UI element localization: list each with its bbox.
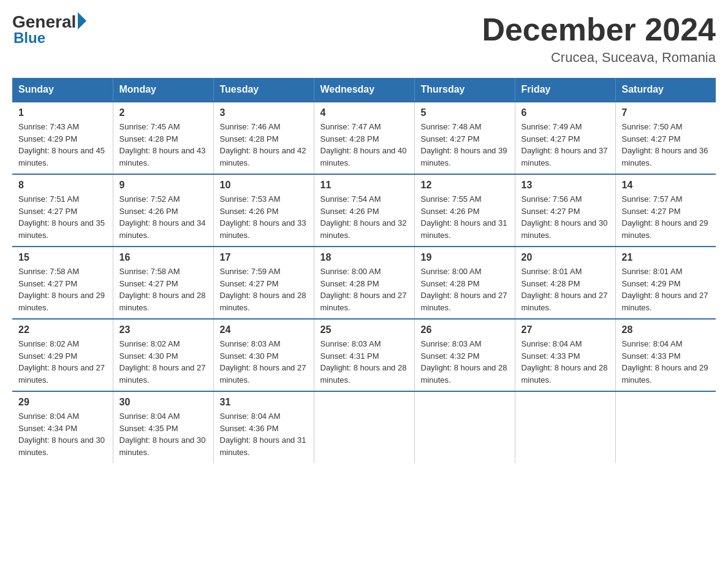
day-info: Sunrise: 7:57 AMSunset: 4:27 PMDaylight:… [622,194,708,240]
calendar-cell: 27Sunrise: 8:04 AMSunset: 4:33 PMDayligh… [515,319,615,391]
day-number: 27 [521,324,609,335]
day-number: 26 [421,324,509,335]
day-number: 4 [320,107,408,118]
day-number: 30 [119,397,207,408]
day-info: Sunrise: 7:59 AMSunset: 4:27 PMDaylight:… [220,267,306,312]
calendar-cell: 20Sunrise: 8:01 AMSunset: 4:28 PMDayligh… [515,247,615,319]
calendar-cell: 11Sunrise: 7:54 AMSunset: 4:26 PMDayligh… [314,174,414,247]
day-number: 16 [119,252,207,263]
calendar-cell: 26Sunrise: 8:03 AMSunset: 4:32 PMDayligh… [414,319,515,391]
day-info: Sunrise: 7:49 AMSunset: 4:27 PMDaylight:… [521,122,608,167]
day-info: Sunrise: 7:51 AMSunset: 4:27 PMDaylight:… [18,194,105,240]
calendar-cell: 28Sunrise: 8:04 AMSunset: 4:33 PMDayligh… [615,319,716,391]
day-number: 22 [18,324,107,335]
calendar-header-row: SundayMondayTuesdayWednesdayThursdayFrid… [12,78,716,102]
day-number: 18 [320,252,408,263]
day-info: Sunrise: 8:03 AMSunset: 4:30 PMDaylight:… [220,339,306,385]
calendar-cell: 9Sunrise: 7:52 AMSunset: 4:26 PMDaylight… [113,174,213,247]
calendar-cell: 16Sunrise: 7:58 AMSunset: 4:27 PMDayligh… [113,247,213,319]
calendar-cell [615,391,716,463]
day-number: 20 [521,252,609,263]
header-monday: Monday [113,78,213,102]
day-number: 13 [521,180,609,191]
calendar-week-row: 8Sunrise: 7:51 AMSunset: 4:27 PMDaylight… [12,174,716,247]
header-tuesday: Tuesday [213,78,314,102]
calendar-table: SundayMondayTuesdayWednesdayThursdayFrid… [12,78,716,463]
day-info: Sunrise: 7:45 AMSunset: 4:28 PMDaylight:… [119,122,206,167]
day-number: 11 [320,180,408,191]
logo-triangle-icon [78,12,86,29]
calendar-cell [515,391,615,463]
calendar-week-row: 1Sunrise: 7:43 AMSunset: 4:29 PMDaylight… [12,102,716,174]
day-info: Sunrise: 8:01 AMSunset: 4:28 PMDaylight:… [521,267,608,312]
calendar-week-row: 15Sunrise: 7:58 AMSunset: 4:27 PMDayligh… [12,247,716,319]
day-number: 29 [18,397,107,408]
day-number: 3 [220,107,308,118]
day-number: 23 [119,324,207,335]
day-info: Sunrise: 8:04 AMSunset: 4:33 PMDaylight:… [521,339,608,385]
day-info: Sunrise: 7:55 AMSunset: 4:26 PMDaylight:… [421,194,507,240]
calendar-cell: 25Sunrise: 8:03 AMSunset: 4:31 PMDayligh… [314,319,414,391]
header-saturday: Saturday [615,78,716,102]
day-info: Sunrise: 7:58 AMSunset: 4:27 PMDaylight:… [119,267,206,312]
day-info: Sunrise: 8:03 AMSunset: 4:32 PMDaylight:… [421,339,507,385]
day-info: Sunrise: 7:48 AMSunset: 4:27 PMDaylight:… [421,122,507,167]
day-info: Sunrise: 7:43 AMSunset: 4:29 PMDaylight:… [18,122,105,167]
day-number: 21 [622,252,710,263]
day-info: Sunrise: 7:47 AMSunset: 4:28 PMDaylight:… [320,122,407,167]
calendar-cell: 21Sunrise: 8:01 AMSunset: 4:29 PMDayligh… [615,247,716,319]
calendar-cell: 4Sunrise: 7:47 AMSunset: 4:28 PMDaylight… [314,102,414,174]
calendar-week-row: 29Sunrise: 8:04 AMSunset: 4:34 PMDayligh… [12,391,716,463]
day-number: 19 [421,252,509,263]
header-friday: Friday [515,78,615,102]
day-number: 6 [521,107,609,118]
day-info: Sunrise: 7:50 AMSunset: 4:27 PMDaylight:… [622,122,708,167]
header-sunday: Sunday [12,78,113,102]
day-number: 14 [622,180,710,191]
calendar-cell: 1Sunrise: 7:43 AMSunset: 4:29 PMDaylight… [12,102,113,174]
calendar-cell: 6Sunrise: 7:49 AMSunset: 4:27 PMDaylight… [515,102,615,174]
day-number: 7 [622,107,710,118]
day-number: 28 [622,324,710,335]
day-number: 5 [421,107,509,118]
day-number: 17 [220,252,308,263]
day-info: Sunrise: 7:52 AMSunset: 4:26 PMDaylight:… [119,194,206,240]
calendar-cell: 7Sunrise: 7:50 AMSunset: 4:27 PMDaylight… [615,102,716,174]
calendar-cell: 2Sunrise: 7:45 AMSunset: 4:28 PMDaylight… [113,102,213,174]
day-number: 15 [18,252,107,263]
calendar-cell: 15Sunrise: 7:58 AMSunset: 4:27 PMDayligh… [12,247,113,319]
day-number: 31 [220,397,308,408]
page-header: General Blue December 2024 Crucea, Sucea… [12,12,716,66]
day-number: 10 [220,180,308,191]
month-title: December 2024 [482,12,716,47]
day-info: Sunrise: 7:46 AMSunset: 4:28 PMDaylight:… [220,122,306,167]
calendar-cell: 3Sunrise: 7:46 AMSunset: 4:28 PMDaylight… [213,102,314,174]
location-text: Crucea, Suceava, Romania [482,50,716,66]
logo: General Blue [12,12,86,47]
day-info: Sunrise: 7:58 AMSunset: 4:27 PMDaylight:… [18,267,105,312]
calendar-cell: 31Sunrise: 8:04 AMSunset: 4:36 PMDayligh… [213,391,314,463]
day-info: Sunrise: 7:54 AMSunset: 4:26 PMDaylight:… [320,194,407,240]
calendar-cell: 13Sunrise: 7:56 AMSunset: 4:27 PMDayligh… [515,174,615,247]
calendar-cell: 23Sunrise: 8:02 AMSunset: 4:30 PMDayligh… [113,319,213,391]
day-number: 8 [18,180,107,191]
calendar-cell [314,391,414,463]
calendar-cell: 18Sunrise: 8:00 AMSunset: 4:28 PMDayligh… [314,247,414,319]
day-info: Sunrise: 7:56 AMSunset: 4:27 PMDaylight:… [521,194,608,240]
calendar-cell: 24Sunrise: 8:03 AMSunset: 4:30 PMDayligh… [213,319,314,391]
logo-blue-text: Blue [13,29,45,47]
calendar-cell: 14Sunrise: 7:57 AMSunset: 4:27 PMDayligh… [615,174,716,247]
day-info: Sunrise: 8:04 AMSunset: 4:35 PMDaylight:… [119,412,206,457]
calendar-week-row: 22Sunrise: 8:02 AMSunset: 4:29 PMDayligh… [12,319,716,391]
calendar-cell [414,391,515,463]
day-number: 12 [421,180,509,191]
calendar-cell: 22Sunrise: 8:02 AMSunset: 4:29 PMDayligh… [12,319,113,391]
calendar-cell: 30Sunrise: 8:04 AMSunset: 4:35 PMDayligh… [113,391,213,463]
day-info: Sunrise: 8:00 AMSunset: 4:28 PMDaylight:… [421,267,507,312]
day-number: 2 [119,107,207,118]
day-info: Sunrise: 8:02 AMSunset: 4:30 PMDaylight:… [119,339,206,385]
day-info: Sunrise: 8:04 AMSunset: 4:34 PMDaylight:… [18,412,105,457]
calendar-cell: 17Sunrise: 7:59 AMSunset: 4:27 PMDayligh… [213,247,314,319]
header-wednesday: Wednesday [314,78,414,102]
day-number: 25 [320,324,408,335]
